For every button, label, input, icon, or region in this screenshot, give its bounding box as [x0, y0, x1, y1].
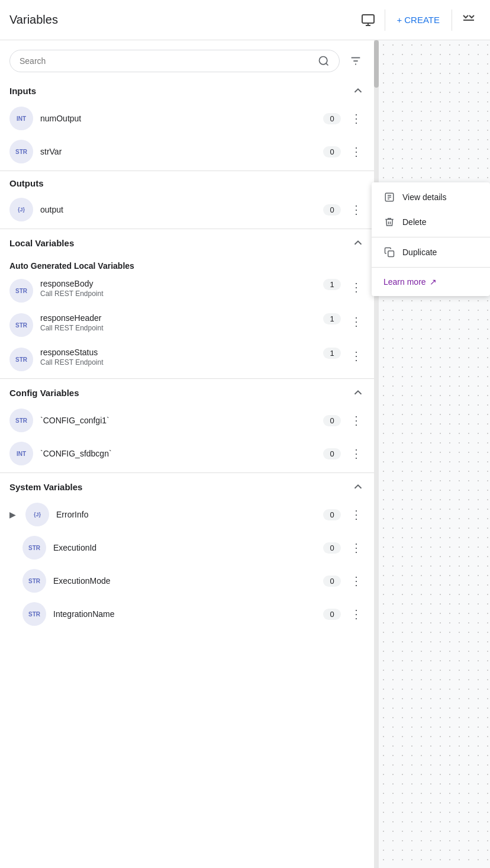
create-plus: +: [397, 15, 402, 25]
duplicate-menu-item[interactable]: Duplicate: [372, 240, 490, 265]
more-menu-button[interactable]: ⋮: [348, 143, 365, 160]
search-row: [0, 40, 374, 79]
local-variables-collapse-button[interactable]: [352, 236, 365, 249]
section-divider: [0, 229, 374, 229]
delete-menu-item[interactable]: Delete: [372, 210, 490, 234]
count-badge: 0: [323, 609, 341, 620]
var-name: IntegrationName: [53, 609, 316, 619]
more-menu-button[interactable]: ⋮: [348, 606, 365, 622]
more-menu-button[interactable]: ⋮: [348, 313, 365, 330]
inputs-collapse-button[interactable]: [352, 84, 365, 97]
create-button[interactable]: + CREATE: [390, 10, 447, 30]
list-item: STR responseHeader Call REST Endpoint 1 …: [0, 307, 374, 342]
page-title: Variables: [9, 13, 356, 27]
more-menu-button[interactable]: ⋮: [348, 279, 365, 295]
search-icon: [318, 55, 330, 67]
section-divider: [0, 171, 374, 171]
local-variables-section-header[interactable]: Local Variables: [0, 232, 374, 254]
delete-icon: [383, 217, 395, 227]
var-info: ErrorInfo: [56, 510, 316, 519]
more-menu-button[interactable]: ⋮: [348, 506, 365, 523]
search-box: [9, 50, 340, 72]
var-name: responseStatus: [40, 348, 316, 357]
list-item: STR `CONFIG_confgi1` 0 ⋮: [0, 404, 374, 437]
learn-more-label: Learn more: [383, 277, 426, 287]
type-badge-str: STR: [9, 313, 33, 337]
create-label: CREATE: [404, 15, 440, 25]
svg-point-2: [320, 57, 327, 65]
more-menu-button[interactable]: ⋮: [348, 412, 365, 429]
count-badge: 0: [323, 448, 341, 459]
type-badge-json: {J}: [9, 198, 33, 221]
scrollbar-thumb[interactable]: [374, 40, 379, 88]
more-menu-button[interactable]: ⋮: [348, 445, 365, 462]
type-badge-str: STR: [22, 569, 46, 593]
var-info: numOutput: [40, 114, 316, 123]
var-info: responseBody Call REST Endpoint: [40, 279, 316, 298]
list-item: ▶ {J} ErrorInfo 0 ⋮: [0, 498, 374, 531]
content-area: Inputs INT numOutput 0 ⋮ STR: [0, 40, 490, 868]
var-name: output: [40, 205, 316, 214]
var-info: ExecutionMode: [53, 576, 316, 586]
type-badge-str: STR: [9, 279, 33, 303]
menu-divider: [372, 237, 490, 237]
var-info: IntegrationName: [53, 609, 316, 619]
var-info: `CONFIG_sfdbcgn`: [40, 449, 316, 458]
header: Variables + CREATE: [0, 0, 490, 40]
filter-button[interactable]: [347, 52, 365, 70]
config-variables-section-header[interactable]: Config Variables: [0, 381, 374, 404]
var-name: responseHeader: [40, 313, 316, 323]
context-menu: View details Delete: [372, 182, 490, 296]
header-divider: [385, 9, 385, 31]
more-menu-button[interactable]: ⋮: [348, 573, 365, 589]
var-name: `CONFIG_confgi1`: [40, 416, 316, 425]
more-menu-button[interactable]: ⋮: [348, 348, 365, 364]
auto-generated-title: Auto Generated Local Variables: [0, 254, 374, 273]
scrollbar-track[interactable]: [374, 40, 379, 868]
count-badge: 0: [323, 542, 341, 554]
var-sub: Call REST Endpoint: [40, 290, 316, 298]
search-input[interactable]: [20, 56, 313, 66]
list-item: STR ExecutionId 0 ⋮: [0, 531, 374, 564]
config-variables-title: Config Variables: [9, 388, 79, 398]
expand-arrow-icon: ▶: [9, 510, 16, 519]
view-details-menu-item[interactable]: View details: [372, 185, 490, 210]
system-variables-section-header[interactable]: System Variables: [0, 475, 374, 498]
var-sub: Call REST Endpoint: [40, 358, 316, 367]
list-item: STR responseStatus Call REST Endpoint 1 …: [0, 342, 374, 376]
header-divider-2: [452, 9, 452, 31]
type-badge-str: STR: [9, 348, 33, 371]
more-menu-button[interactable]: ⋮: [348, 201, 365, 218]
count-badge: 0: [323, 113, 341, 124]
count-badge: 0: [323, 509, 341, 520]
system-variables-collapse-button[interactable]: [352, 480, 365, 493]
type-badge-json: {J}: [25, 503, 49, 526]
more-menu-button[interactable]: ⋮: [348, 539, 365, 556]
var-name: numOutput: [40, 114, 316, 123]
learn-more-link[interactable]: Learn more ↗: [372, 270, 490, 294]
menu-divider-2: [372, 267, 490, 268]
type-badge-str: STR: [9, 409, 33, 432]
inputs-title: Inputs: [9, 86, 36, 96]
var-name: responseBody: [40, 279, 316, 288]
list-item: STR ExecutionMode 0 ⋮: [0, 564, 374, 597]
list-item: STR IntegrationName 0 ⋮: [0, 597, 374, 631]
inputs-section-header[interactable]: Inputs: [0, 79, 374, 102]
var-name: strVar: [40, 147, 316, 156]
view-details-icon: [383, 192, 395, 202]
var-name: ErrorInfo: [56, 510, 316, 519]
count-badge: 1: [323, 313, 341, 324]
list-item: INT `CONFIG_sfdbcgn` 0 ⋮: [0, 437, 374, 470]
count-badge: 0: [323, 576, 341, 587]
more-menu-button[interactable]: ⋮: [348, 110, 365, 127]
monitor-icon-button[interactable]: [356, 8, 380, 32]
outputs-section-header[interactable]: Outputs: [0, 173, 374, 193]
collapse-all-button[interactable]: [457, 8, 481, 32]
count-badge: 0: [323, 204, 341, 216]
view-details-label: View details: [402, 192, 446, 202]
count-badge: 1: [323, 279, 341, 290]
type-badge-str: STR: [9, 140, 33, 163]
config-variables-collapse-button[interactable]: [352, 386, 365, 399]
duplicate-label: Duplicate: [402, 247, 437, 257]
external-link-icon: ↗: [430, 277, 437, 287]
